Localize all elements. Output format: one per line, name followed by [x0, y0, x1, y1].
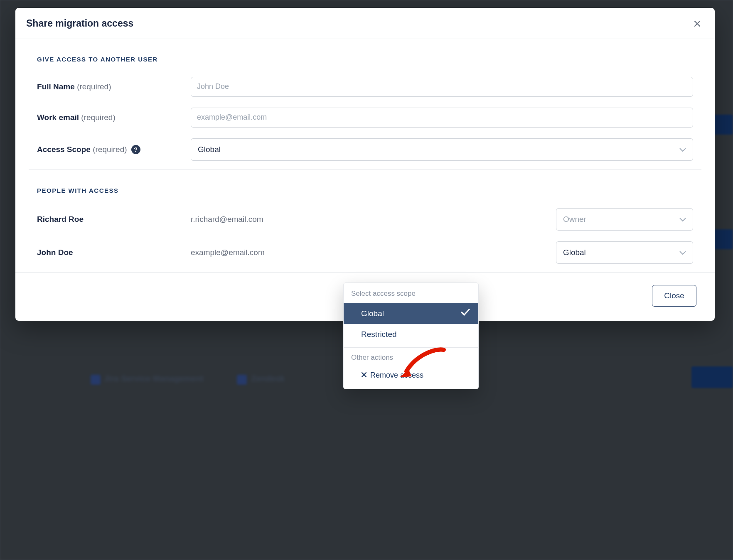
caret-down-icon: [679, 215, 686, 224]
close-button[interactable]: Close: [652, 285, 696, 307]
section-divider: [29, 169, 701, 169]
bg-button-3: [691, 366, 733, 388]
people-list: Richard Roe r.richard@email.com Owner Jo…: [37, 208, 693, 264]
dropdown-option-label: Restricted: [361, 330, 397, 339]
work-email-required: (required): [81, 113, 115, 122]
full-name-row: Full Name (required): [37, 77, 693, 97]
check-icon: [461, 309, 470, 318]
dropdown-option-label: Global: [361, 309, 384, 318]
full-name-label-text: Full Name: [37, 82, 75, 91]
bg-service2-label: Zendesk: [251, 374, 285, 383]
modal-close-icon[interactable]: [691, 17, 704, 30]
full-name-required: (required): [77, 82, 111, 91]
dropdown-action-label: Remove access: [370, 371, 423, 380]
person-role-value: Owner: [563, 215, 586, 224]
person-role-select-owner: Owner: [556, 208, 693, 231]
work-email-label-text: Work email: [37, 113, 79, 122]
access-scope-required: (required): [93, 145, 127, 154]
access-scope-row: Access Scope (required) ? Global: [37, 138, 693, 161]
person-row-owner: Richard Roe r.richard@email.com Owner: [37, 208, 693, 231]
access-scope-select[interactable]: Global: [191, 138, 693, 161]
share-migration-modal: Share migration access GIVE ACCESS TO AN…: [15, 8, 715, 321]
help-icon[interactable]: ?: [131, 145, 140, 154]
person-email: r.richard@email.com: [191, 215, 556, 224]
dropdown-option-restricted[interactable]: Restricted: [344, 324, 478, 345]
person-row-user: John Doe example@email.com Global: [37, 241, 693, 264]
full-name-label: Full Name (required): [37, 82, 111, 91]
bg-service2-icon: [237, 375, 247, 385]
caret-down-icon: [679, 145, 686, 154]
caret-down-icon: [679, 248, 686, 257]
work-email-label: Work email (required): [37, 113, 116, 122]
modal-header: Share migration access: [15, 8, 715, 39]
person-name: John Doe: [37, 248, 73, 257]
dropdown-action-remove[interactable]: Remove access: [344, 367, 478, 389]
section-people-heading: PEOPLE WITH ACCESS: [37, 187, 693, 194]
full-name-input[interactable]: [191, 77, 693, 97]
modal-title: Share migration access: [26, 18, 133, 29]
access-scope-label-text: Access Scope: [37, 145, 91, 154]
bg-service1-label: Jira Service Management: [104, 374, 204, 383]
role-dropdown: Select access scope Global Restricted Ot…: [343, 282, 479, 389]
modal-body: GIVE ACCESS TO ANOTHER USER Full Name (r…: [15, 39, 715, 272]
dropdown-option-global[interactable]: Global: [344, 303, 478, 324]
work-email-input[interactable]: [191, 108, 693, 128]
section-give-access-heading: GIVE ACCESS TO ANOTHER USER: [37, 56, 693, 63]
dropdown-group-scope: Select access scope: [344, 283, 478, 303]
bg-service1-icon: [91, 375, 101, 385]
person-name: Richard Roe: [37, 215, 84, 224]
dropdown-group-other: Other actions: [344, 348, 478, 367]
work-email-row: Work email (required): [37, 108, 693, 128]
person-role-value: Global: [563, 248, 586, 257]
x-icon: [361, 371, 367, 380]
person-email: example@email.com: [191, 248, 556, 257]
access-scope-label: Access Scope (required): [37, 145, 127, 154]
person-role-select-user[interactable]: Global: [556, 241, 693, 264]
access-scope-value: Global: [198, 145, 221, 154]
